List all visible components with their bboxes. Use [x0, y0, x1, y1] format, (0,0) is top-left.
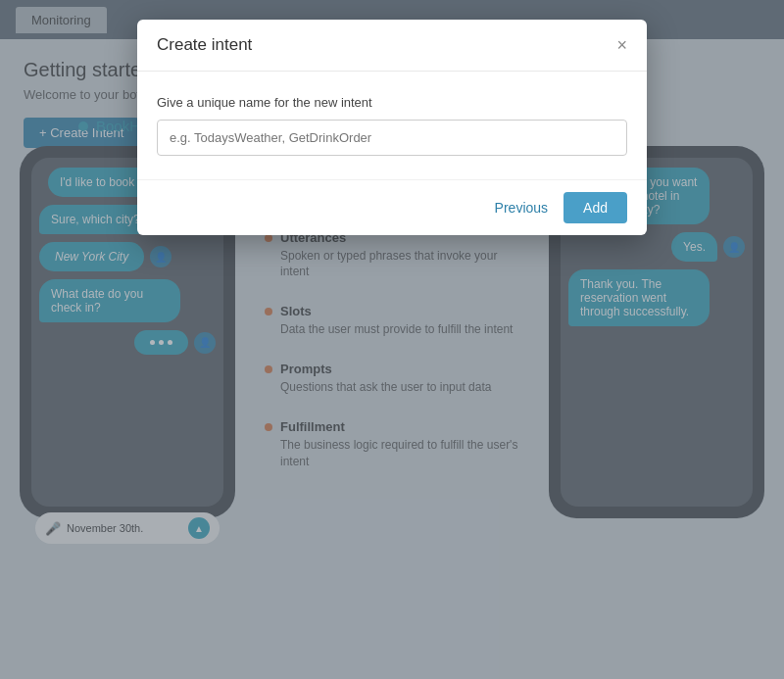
- modal-title: Create intent: [157, 35, 252, 55]
- modal-input-label: Give a unique name for the new intent: [157, 95, 627, 110]
- previous-button[interactable]: Previous: [495, 200, 548, 216]
- modal-close-button[interactable]: ×: [616, 36, 627, 54]
- create-intent-modal: Create intent × Give a unique name for t…: [137, 20, 647, 235]
- intent-name-input[interactable]: [157, 120, 627, 156]
- add-button[interactable]: Add: [564, 192, 627, 223]
- modal-body: Give a unique name for the new intent: [137, 72, 647, 179]
- modal-footer: Previous Add: [137, 179, 647, 235]
- modal-overlay: Create intent × Give a unique name for t…: [0, 0, 784, 679]
- modal-header: Create intent ×: [137, 20, 647, 72]
